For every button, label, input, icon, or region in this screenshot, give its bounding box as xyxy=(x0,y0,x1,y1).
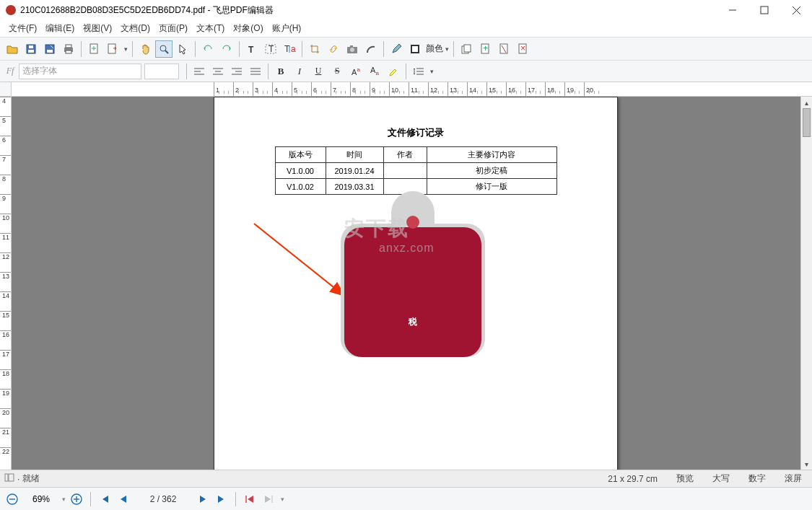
zoom-out-button[interactable] xyxy=(4,491,20,507)
select-tool-icon[interactable] xyxy=(174,40,191,58)
table-header: 作者 xyxy=(383,147,427,163)
fill-color-icon[interactable] xyxy=(406,40,424,58)
table-cell: 2019.01.24 xyxy=(326,163,383,179)
align-center-icon[interactable] xyxy=(209,63,227,80)
scroll-down-icon[interactable]: ▾ xyxy=(801,458,812,470)
vertical-scrollbar[interactable]: ▴ ▾ xyxy=(800,97,812,470)
text-edit-icon[interactable]: Ta xyxy=(281,40,298,58)
italic-icon[interactable]: I xyxy=(291,63,308,80)
menu-bar: 文件(F) 编辑(E) 视图(V) 文档(D) 页面(P) 文本(T) 对象(O… xyxy=(0,20,812,38)
svg-line-17 xyxy=(165,50,168,53)
menu-text[interactable]: 文本(T) xyxy=(192,22,229,35)
close-button[interactable] xyxy=(780,0,812,20)
camera-icon[interactable] xyxy=(344,40,361,58)
table-cell xyxy=(383,163,427,179)
scroll-thumb[interactable] xyxy=(803,108,811,137)
hand-tool-icon[interactable] xyxy=(136,40,154,58)
link-icon[interactable] xyxy=(325,40,342,58)
thumbnail-toggle-icon[interactable] xyxy=(4,473,14,484)
svg-rect-11 xyxy=(66,50,71,53)
subscript-icon[interactable]: Aa xyxy=(366,63,383,80)
revision-table: 版本号时间作者主要修订内容 V1.0.002019.01.24初步定稿V1.0.… xyxy=(275,146,557,195)
color-dropdown-icon[interactable]: ▾ xyxy=(443,45,450,53)
menu-file[interactable]: 文件(F) xyxy=(4,22,41,35)
line-spacing-dropdown[interactable]: ▾ xyxy=(428,68,435,75)
svg-rect-1 xyxy=(761,6,768,14)
pen-icon[interactable] xyxy=(388,40,405,58)
menu-account[interactable]: 账户(H) xyxy=(268,22,306,35)
document-canvas[interactable]: 文件修订记录 版本号时间作者主要修订内容 V1.0.002019.01.24初步… xyxy=(12,97,800,470)
svg-text:a: a xyxy=(291,44,296,54)
svg-point-16 xyxy=(160,45,166,51)
superscript-icon[interactable]: Aa xyxy=(347,63,364,80)
doc-copy-icon[interactable] xyxy=(458,40,475,58)
maximize-button[interactable] xyxy=(748,0,780,20)
svg-text:T: T xyxy=(248,45,254,55)
line-spacing-icon[interactable] xyxy=(410,63,427,80)
highlight-icon[interactable] xyxy=(385,63,402,80)
first-page-button[interactable] xyxy=(97,491,113,507)
page-view: 文件修订记录 版本号时间作者主要修订内容 V1.0.002019.01.24初步… xyxy=(214,97,618,470)
print-icon[interactable] xyxy=(60,40,77,58)
underline-icon[interactable]: U xyxy=(310,63,327,80)
align-justify-icon[interactable] xyxy=(247,63,264,80)
forward-button[interactable] xyxy=(261,491,276,507)
menu-page[interactable]: 页面(P) xyxy=(154,22,192,35)
svg-rect-10 xyxy=(66,45,71,48)
title-bar: 210C012688B2DB08D3E5C5D2EDB6DD74.pdf - 飞… xyxy=(0,0,812,20)
workspace: 45678910111213141516171819202122 文件修订记录 … xyxy=(0,97,812,470)
last-page-button[interactable] xyxy=(214,491,230,507)
table-cell: 初步定稿 xyxy=(427,163,556,179)
crop-icon[interactable] xyxy=(306,40,323,58)
status-dimensions: 21 x 29.7 cm xyxy=(602,474,663,484)
font-family-select[interactable]: 选择字体 xyxy=(19,63,141,79)
zoom-in-button[interactable] xyxy=(69,491,84,507)
font-icon: Ff xyxy=(4,66,16,76)
menu-edit[interactable]: 编辑(E) xyxy=(41,22,79,35)
next-page-button[interactable] xyxy=(195,491,211,507)
doc-remove-icon[interactable] xyxy=(495,40,512,58)
status-scroll: 滚屏 xyxy=(779,472,808,485)
format-toolbar: Ff 选择字体 B I U S Aa Aa ▾ xyxy=(0,61,812,82)
status-preview[interactable]: 预览 xyxy=(671,472,699,485)
scroll-up-icon[interactable]: ▴ xyxy=(801,97,812,108)
zoom-value[interactable]: 69% xyxy=(23,494,59,504)
undo-icon[interactable] xyxy=(199,40,217,58)
shape-arc-icon[interactable] xyxy=(362,40,380,58)
svg-rect-30 xyxy=(464,45,471,52)
save-as-icon[interactable] xyxy=(41,40,58,58)
prev-page-button[interactable] xyxy=(115,491,131,507)
strikethrough-icon[interactable]: S xyxy=(328,63,346,80)
page-export-icon[interactable] xyxy=(104,40,121,58)
font-size-select[interactable] xyxy=(144,63,179,79)
back-button[interactable] xyxy=(242,491,258,507)
dropdown-icon[interactable]: ▾ xyxy=(122,45,129,53)
svg-rect-56 xyxy=(5,474,8,481)
minimize-button[interactable] xyxy=(717,0,748,20)
doc-delete-icon[interactable]: × xyxy=(514,40,531,58)
table-cell: 修订一版 xyxy=(427,179,556,195)
vertical-ruler: 45678910111213141516171819202122 xyxy=(0,97,12,470)
svg-rect-28 xyxy=(412,46,418,52)
open-icon[interactable] xyxy=(4,40,21,58)
page-add-icon[interactable] xyxy=(85,40,102,58)
doc-add-icon[interactable]: + xyxy=(476,40,494,58)
svg-line-52 xyxy=(254,224,344,296)
redo-icon[interactable] xyxy=(218,40,235,58)
text-tool-icon[interactable]: T xyxy=(243,40,261,58)
window-title: 210C012688B2DB08D3E5C5D2EDB6DD74.pdf - 飞… xyxy=(20,4,274,17)
align-right-icon[interactable] xyxy=(228,63,245,80)
table-header: 版本号 xyxy=(275,147,326,163)
table-header: 主要修订内容 xyxy=(427,147,556,163)
zoom-tool-icon[interactable] xyxy=(155,40,173,58)
menu-object[interactable]: 对象(O) xyxy=(229,22,267,35)
bold-icon[interactable]: B xyxy=(272,63,289,80)
table-row: V1.0.002019.01.24初步定稿 xyxy=(275,163,556,179)
align-left-icon[interactable] xyxy=(191,63,208,80)
menu-view[interactable]: 视图(V) xyxy=(79,22,116,35)
save-icon[interactable] xyxy=(22,40,40,58)
status-caps: 大写 xyxy=(707,472,735,485)
page-counter[interactable]: 2 / 362 xyxy=(134,494,192,504)
menu-document[interactable]: 文档(D) xyxy=(116,22,154,35)
text-box-icon[interactable]: T xyxy=(262,40,279,58)
